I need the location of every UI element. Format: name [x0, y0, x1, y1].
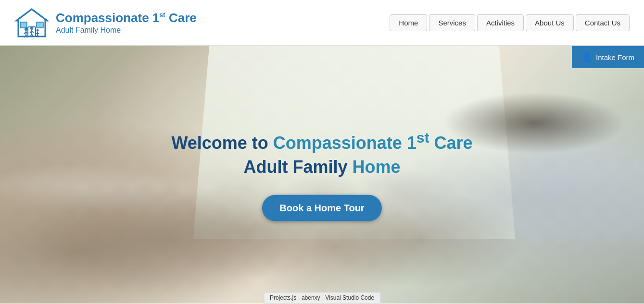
header: Compassionate 1st Care Adult Family Home… — [0, 0, 644, 46]
hero-title-compassionate: Compassionate 1st Care — [273, 133, 473, 152]
logo-text-block: Compassionate 1st Care Adult Family Home — [56, 11, 197, 34]
nav-home[interactable]: Home — [390, 14, 427, 31]
logo-title-text1: Compassionate 1 — [56, 11, 159, 25]
nav-contact[interactable]: Contact Us — [576, 14, 630, 31]
hero-content: Welcome to Compassionate 1st Care Adult … — [171, 128, 472, 221]
hero-title-line1: Welcome to Compassionate 1st Care — [171, 128, 472, 154]
svg-rect-2 — [20, 22, 27, 28]
hero-title-welcome: Welcome to — [171, 133, 273, 152]
intake-form-button[interactable]: 👤 Intake Form — [572, 46, 644, 68]
nav-activities[interactable]: Activities — [477, 14, 524, 31]
nav-about[interactable]: About Us — [526, 14, 574, 31]
svg-point-4 — [25, 28, 27, 31]
hero-section: Welcome to Compassionate 1st Care Adult … — [0, 46, 644, 304]
book-tour-button[interactable]: Book a Home Tour — [262, 195, 381, 221]
taskbar-hint: Projects.js - abenxy - Visual Studio Cod… — [264, 292, 380, 304]
logo-title-sup: st — [159, 12, 165, 19]
main-nav: Home Services Activities About Us Contac… — [390, 14, 630, 31]
logo-title-text2: Care — [165, 11, 197, 25]
svg-rect-3 — [37, 22, 43, 28]
svg-point-16 — [37, 29, 39, 32]
logo-area: Compassionate 1st Care Adult Family Home — [14, 5, 197, 40]
hero-title-home: Home — [352, 157, 400, 177]
logo-subtitle: Adult Family Home — [56, 26, 197, 35]
logo-icon — [14, 5, 49, 40]
intake-form-label: Intake Form — [596, 53, 634, 61]
hero-title-line2: Adult Family Home — [171, 156, 472, 179]
hero-title-adult: Adult Family — [243, 157, 352, 177]
logo-title: Compassionate 1st Care — [56, 11, 197, 25]
person-icon: 👤 — [581, 52, 592, 62]
hero-title: Welcome to Compassionate 1st Care Adult … — [171, 128, 472, 179]
svg-point-10 — [30, 27, 33, 30]
nav-services[interactable]: Services — [429, 14, 475, 31]
